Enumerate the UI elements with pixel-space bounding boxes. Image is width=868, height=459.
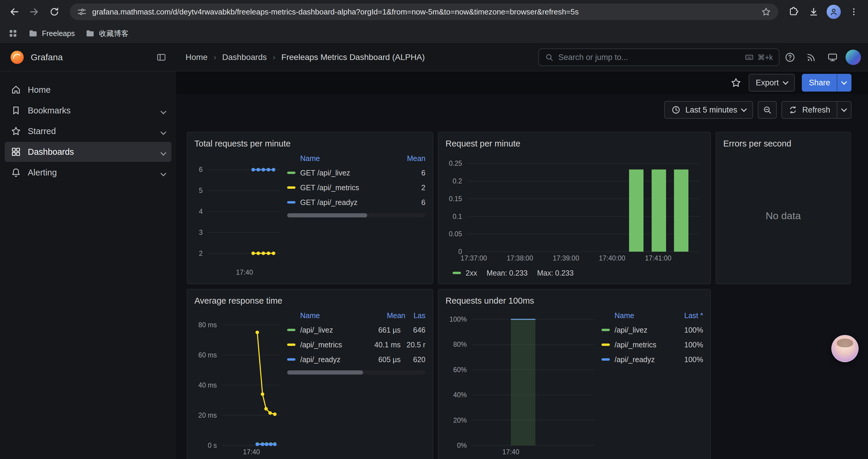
chevron-down-icon[interactable] (161, 106, 165, 116)
legend-row[interactable]: GET /api/_readyz 6 (287, 195, 426, 210)
legend-scrollbar[interactable] (287, 213, 426, 218)
time-range-picker[interactable]: Last 5 minutes (664, 101, 753, 119)
breadcrumb-separator: › (273, 53, 275, 62)
downloads-icon[interactable] (804, 2, 823, 21)
display-icon[interactable] (822, 47, 843, 68)
chevron-down-icon[interactable] (161, 168, 165, 177)
breadcrumb: Home › Dashboards › Freeleaps Metrics Da… (186, 53, 425, 62)
bookmark-label: Freeleaps (42, 29, 75, 38)
refresh-button[interactable]: Refresh (781, 101, 837, 119)
timeseries-chart[interactable]: 80 ms60 ms40 ms20 ms0 s17:40 (194, 308, 284, 457)
svg-text:100%: 100% (450, 316, 467, 323)
refresh-interval-button[interactable] (837, 101, 851, 119)
grafana-user-avatar[interactable] (845, 50, 861, 65)
panel-requests-under-100ms: Requests under 100ms 100%80%60%40%20%0%1… (438, 289, 711, 459)
favorite-star-icon[interactable] (730, 77, 742, 88)
back-button[interactable] (5, 2, 24, 21)
reload-button[interactable] (45, 2, 64, 21)
refresh-split-button: Refresh (781, 101, 851, 119)
svg-text:17:37:00: 17:37:00 (461, 254, 487, 262)
svg-text:20%: 20% (453, 417, 467, 424)
scrollbar-thumb[interactable] (287, 370, 363, 374)
legend-row[interactable]: /api/_metrics 40.1 ms 20.5 r (287, 337, 426, 352)
series-name[interactable]: 2xx (466, 269, 477, 277)
sidebar-item-starred[interactable]: Starred (5, 121, 172, 141)
dock-menu-icon[interactable] (156, 52, 167, 63)
export-button[interactable]: Export (749, 74, 795, 92)
panel-title[interactable]: Requests under 100ms (445, 293, 703, 308)
sidebar-item-dashboards[interactable]: Dashboards (5, 142, 172, 162)
series-swatch (287, 358, 296, 361)
forward-button[interactable] (25, 2, 44, 21)
bookmarks-bar: Freeleaps 收藏博客 (0, 24, 868, 44)
menu-kebab-icon[interactable] (844, 2, 863, 21)
chevron-down-icon[interactable] (161, 147, 165, 157)
keyboard-icon (745, 53, 754, 62)
zoom-out-button[interactable] (758, 101, 777, 119)
legend-row[interactable]: /api/_readyz 605 µs 620 (287, 352, 426, 367)
panel-title[interactable]: Errors per second (723, 136, 843, 151)
svg-text:0.25: 0.25 (449, 160, 462, 167)
bookmark-folder-blogs[interactable]: 收藏博客 (85, 29, 128, 38)
news-feed-icon[interactable] (801, 47, 822, 68)
extensions-icon[interactable] (784, 2, 803, 21)
panel-title[interactable]: Total requests per minute (194, 136, 426, 151)
brand-name: Grafana (31, 52, 63, 62)
panel-legend[interactable]: 2xx Mean: 0.233 Max: 0.233 (445, 266, 703, 280)
legend-header: Name Mean Las (287, 308, 426, 323)
sidebar-item-alerting[interactable]: Alerting (5, 162, 172, 183)
browser-toolbar: grafana.mathmast.com/d/deytv4rwavabkb/fr… (0, 0, 868, 24)
breadcrumb-dashboards[interactable]: Dashboards (222, 53, 267, 62)
svg-text:17:40:00: 17:40:00 (599, 254, 625, 262)
floating-assistant-avatar[interactable] (831, 335, 859, 362)
brand-area: Grafana (0, 50, 176, 65)
share-options-button[interactable] (837, 74, 851, 92)
series-swatch (287, 329, 296, 331)
svg-text:0 s: 0 s (208, 441, 217, 449)
help-icon[interactable] (779, 47, 801, 68)
url-bar[interactable]: grafana.mathmast.com/d/deytv4rwavabkb/fr… (70, 4, 778, 20)
legend-row[interactable]: GET /api/_metrics 2 (287, 180, 426, 195)
search-input[interactable]: Search or jump to... ⌘+k (538, 48, 779, 66)
legend-scrollbar[interactable] (287, 370, 426, 374)
chevron-down-icon (783, 79, 788, 85)
series-swatch (287, 172, 296, 174)
bookmark-folder-freeleaps[interactable]: Freeleaps (28, 29, 75, 38)
sidebar-item-label: Alerting (28, 168, 57, 177)
profile-avatar[interactable] (824, 2, 843, 21)
site-settings-icon[interactable] (77, 7, 87, 17)
bar-chart[interactable]: 100%80%60%40%20%0%17:40 (445, 308, 598, 457)
sidebar-item-bookmarks[interactable]: Bookmarks (5, 100, 172, 121)
apps-grid-icon[interactable] (8, 29, 18, 38)
series-swatch (601, 358, 610, 361)
bell-icon (11, 167, 21, 178)
svg-text:5: 5 (199, 187, 203, 194)
folder-icon (28, 29, 38, 38)
svg-text:0.05: 0.05 (449, 230, 462, 238)
breadcrumb-home[interactable]: Home (186, 53, 208, 62)
svg-text:40 ms: 40 ms (198, 381, 217, 389)
legend-row[interactable]: /api/_livez 661 µs 646 (287, 323, 426, 337)
sidebar-item-label: Bookmarks (28, 106, 71, 116)
chevron-down-icon[interactable] (161, 126, 165, 136)
panel-title[interactable]: Request per minute (445, 136, 703, 151)
bar-chart[interactable]: 0.250.20.150.10.05017:37:0017:38:0017:39… (445, 151, 704, 262)
dashboard-actions-row: Export Share (176, 71, 868, 94)
legend-row[interactable]: /api/_livez 100% (601, 323, 703, 337)
svg-text:17:40: 17:40 (236, 268, 253, 276)
legend-row[interactable]: GET /api/_livez 6 (287, 165, 426, 180)
sidebar-item-label: Dashboards (28, 147, 74, 157)
panel-title[interactable]: Average response time (194, 293, 426, 308)
legend-row[interactable]: /api/_metrics 100% (601, 337, 703, 352)
scrollbar-thumb[interactable] (287, 213, 367, 218)
sidebar-item-home[interactable]: Home (5, 80, 172, 100)
svg-text:60 ms: 60 ms (198, 351, 217, 359)
bookmark-star-icon[interactable] (761, 7, 771, 17)
grafana-logo[interactable] (9, 50, 25, 65)
sidebar-nav: Home Bookmarks Starred Dashboards Alerti… (0, 71, 176, 459)
chevron-down-icon (841, 79, 847, 85)
svg-text:0.1: 0.1 (453, 213, 462, 220)
legend-row[interactable]: /api/_readyz 100% (601, 352, 703, 367)
timeseries-chart[interactable]: 6543217:40 (194, 151, 284, 277)
share-button[interactable]: Share (802, 74, 837, 92)
